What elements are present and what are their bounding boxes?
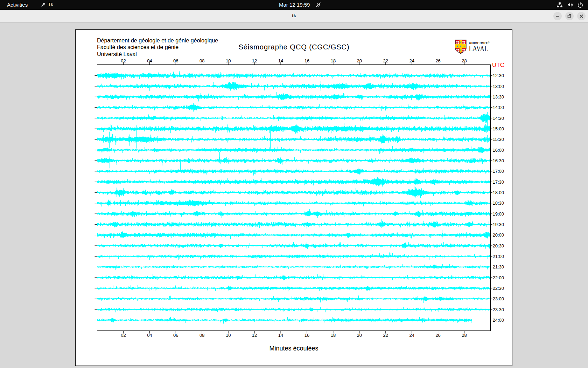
svg-text:12: 12 [252,333,257,338]
svg-text:23:00: 23:00 [493,296,504,301]
svg-text:13:30: 13:30 [493,94,504,100]
svg-text:20: 20 [357,333,362,338]
svg-text:14:00: 14:00 [493,105,504,110]
svg-text:08: 08 [200,58,204,63]
svg-text:28: 28 [462,58,467,63]
svg-text:08: 08 [200,333,204,338]
svg-text:24: 24 [409,58,414,63]
svg-text:Minutes écoulées: Minutes écoulées [269,345,318,352]
svg-text:18: 18 [331,58,336,63]
svg-text:20:30: 20:30 [493,243,504,248]
svg-text:18:30: 18:30 [493,200,504,206]
svg-text:17:00: 17:00 [493,169,504,174]
svg-text:28: 28 [462,333,467,338]
svg-text:10: 10 [226,58,231,63]
svg-text:22: 22 [383,333,388,338]
svg-text:06: 06 [173,333,178,338]
svg-text:LAVAL: LAVAL [469,43,488,53]
svg-text:24: 24 [409,333,414,338]
svg-text:22:30: 22:30 [493,286,504,291]
svg-text:15:30: 15:30 [493,137,504,142]
svg-text:20: 20 [357,58,362,63]
svg-text:19:00: 19:00 [493,211,504,217]
svg-text:Faculté des sciences et de gén: Faculté des sciences et de génie [97,44,178,50]
svg-text:24:00: 24:00 [493,318,504,323]
svg-text:02: 02 [121,333,126,338]
svg-text:20:00: 20:00 [493,232,504,238]
svg-text:Département de géologie et de: Département de géologie et de génie géol… [97,38,218,43]
svg-text:21:00: 21:00 [493,254,504,259]
svg-text:04: 04 [147,333,152,338]
svg-text:22: 22 [383,58,388,63]
svg-text:12:30: 12:30 [493,73,504,78]
svg-text:18: 18 [331,333,336,338]
svg-text:Séismographe QCQ (CGC/GSC): Séismographe QCQ (CGC/GSC) [239,43,350,51]
svg-text:13:00: 13:00 [493,84,504,89]
svg-text:12: 12 [252,58,257,63]
svg-text:15:00: 15:00 [493,126,504,131]
svg-text:10: 10 [226,333,231,338]
svg-text:23:30: 23:30 [493,307,504,312]
svg-text:19:30: 19:30 [493,222,504,227]
svg-text:22:00: 22:00 [493,275,504,280]
svg-text:04: 04 [147,58,152,63]
svg-text:UTC: UTC [492,62,504,68]
svg-text:16: 16 [304,333,309,338]
svg-text:16:00: 16:00 [493,148,504,153]
svg-text:Université Laval: Université Laval [97,51,137,57]
svg-text:26: 26 [435,333,440,338]
svg-text:16: 16 [304,58,309,63]
svg-text:14: 14 [278,58,283,63]
svg-text:14:30: 14:30 [493,116,504,121]
svg-text:26: 26 [435,58,440,63]
svg-text:02: 02 [121,58,126,63]
svg-text:18:00: 18:00 [493,190,504,195]
svg-text:17:30: 17:30 [493,179,504,185]
svg-text:16:30: 16:30 [493,158,504,163]
svg-text:21:30: 21:30 [493,264,504,270]
svg-text:06: 06 [173,58,178,63]
svg-text:14: 14 [278,333,283,338]
